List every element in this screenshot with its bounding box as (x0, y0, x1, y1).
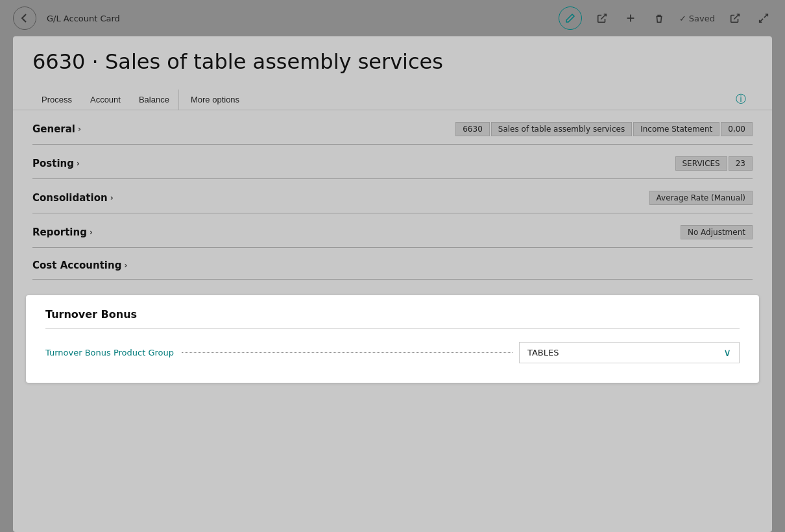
reporting-label[interactable]: Reporting › (32, 226, 162, 238)
turnover-bonus-product-group-select[interactable]: TABLES ∨ (519, 342, 740, 363)
title-separator: · (92, 49, 99, 74)
cost-accounting-chevron-icon: › (124, 261, 127, 270)
page-label: G/L Account Card (47, 14, 120, 23)
card-title: 6630 · Sales of table assembly services (32, 49, 753, 74)
tab-more-options[interactable]: More options (182, 90, 248, 110)
open-external-button[interactable] (727, 10, 743, 27)
consolidation-badge-rate: Average Rate (Manual) (649, 191, 753, 205)
account-number: 6630 (32, 49, 85, 74)
add-button[interactable] (622, 10, 639, 27)
posting-chevron-icon: › (77, 159, 80, 168)
posting-section: Posting › SERVICES 23 (13, 145, 772, 179)
general-badge-number: 6630 (455, 122, 490, 136)
cost-accounting-label[interactable]: Cost Accounting › (32, 260, 162, 271)
field-dots-separator (182, 352, 513, 353)
cost-accounting-section: Cost Accounting › (13, 248, 772, 280)
toolbar-actions: ✓ Saved (559, 6, 772, 30)
check-icon: ✓ (679, 14, 686, 23)
general-section: General › 6630 Sales of table assembly s… (13, 110, 772, 145)
general-chevron-icon: › (78, 125, 81, 134)
select-value: TABLES (527, 348, 559, 357)
expand-button[interactable] (755, 10, 772, 27)
svg-line-2 (760, 19, 763, 22)
tab-balance[interactable]: Balance (130, 90, 179, 110)
reporting-section: Reporting › No Adjustment (13, 213, 772, 248)
back-button[interactable] (13, 6, 36, 30)
svg-line-3 (764, 14, 767, 18)
saved-status: ✓ Saved (679, 14, 715, 23)
tab-process[interactable]: Process (32, 90, 81, 110)
reporting-badge-adj: No Adjustment (681, 225, 753, 239)
tab-account[interactable]: Account (81, 90, 130, 110)
chevron-down-icon: ∨ (723, 346, 731, 359)
posting-label[interactable]: Posting › (32, 158, 162, 169)
general-badge-amount: 0,00 (721, 122, 753, 136)
general-section-row: General › 6630 Sales of table assembly s… (32, 122, 753, 145)
card-header: 6630 · Sales of table assembly services (13, 36, 772, 90)
consolidation-badges: Average Rate (Manual) (649, 191, 753, 205)
posting-badge-group: SERVICES (675, 156, 727, 171)
consolidation-section: Consolidation › Average Rate (Manual) (13, 179, 772, 213)
reporting-section-row: Reporting › No Adjustment (32, 225, 753, 248)
posting-section-row: Posting › SERVICES 23 (32, 156, 753, 179)
general-badge-name: Sales of table assembly services (491, 122, 632, 136)
account-title: Sales of table assembly services (105, 49, 443, 74)
posting-badge-num: 23 (729, 156, 753, 171)
consolidation-chevron-icon: › (110, 193, 114, 202)
general-label[interactable]: General › (32, 123, 162, 135)
top-bar: G/L Account Card (0, 0, 785, 36)
turnover-bonus-panel: Turnover Bonus Turnover Bonus Product Gr… (26, 295, 759, 383)
nav-tabs: Process Account Balance More options ⓘ (13, 90, 772, 110)
edit-button[interactable] (559, 6, 582, 30)
info-icon[interactable]: ⓘ (729, 90, 753, 109)
turnover-bonus-field-row: Turnover Bonus Product Group TABLES ∨ (45, 342, 740, 363)
turnover-bonus-title: Turnover Bonus (45, 308, 740, 329)
reporting-badges: No Adjustment (681, 225, 753, 239)
main-card: 6630 · Sales of table assembly services … (13, 36, 772, 532)
reporting-chevron-icon: › (90, 228, 93, 237)
share-button[interactable] (594, 10, 610, 27)
consolidation-section-row: Consolidation › Average Rate (Manual) (32, 191, 753, 213)
posting-badges: SERVICES 23 (675, 156, 753, 171)
cost-accounting-section-row: Cost Accounting › (32, 260, 753, 280)
general-badges: 6630 Sales of table assembly services In… (455, 122, 753, 136)
general-badge-type: Income Statement (633, 122, 719, 136)
turnover-bonus-field-label: Turnover Bonus Product Group (45, 348, 175, 357)
saved-label: Saved (689, 14, 715, 23)
consolidation-label[interactable]: Consolidation › (32, 192, 162, 204)
delete-button[interactable] (651, 10, 668, 27)
